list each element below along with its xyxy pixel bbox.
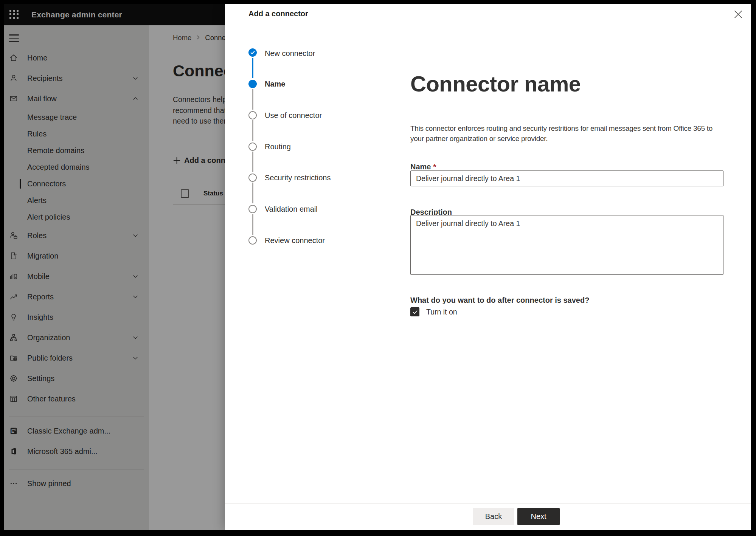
connector-name-input[interactable] <box>410 170 723 186</box>
step-page-heading: Connector name <box>410 71 581 96</box>
step-connector-line <box>252 120 253 141</box>
step-page-description: This connector enforces routing and secu… <box>410 124 722 144</box>
back-button[interactable]: Back <box>473 508 514 525</box>
step-current-icon <box>248 80 257 88</box>
checkbox-checked-icon[interactable] <box>410 307 419 316</box>
step-connector-line <box>252 214 253 235</box>
step-label: Routing <box>265 142 291 151</box>
dialog-footer: Back Next <box>225 503 751 530</box>
step-label: Validation email <box>265 204 318 214</box>
step-upcoming-icon <box>248 236 257 245</box>
step-connector-line <box>252 152 253 172</box>
wizard-step-routing[interactable]: Routing <box>248 142 291 151</box>
wizard-step-validation-email[interactable]: Validation email <box>248 204 318 214</box>
wizard-step-review-connector[interactable]: Review connector <box>248 236 325 245</box>
step-upcoming-icon <box>248 205 257 213</box>
wizard-step-use-of-connector[interactable]: Use of connector <box>248 111 322 120</box>
step-connector-line <box>252 58 253 78</box>
step-upcoming-icon <box>248 143 257 151</box>
wizard-step-security-restrictions[interactable]: Security restrictions <box>248 173 331 182</box>
name-field-label: Name* <box>410 163 436 171</box>
step-upcoming-icon <box>248 174 257 182</box>
step-label: Security restrictions <box>265 173 331 182</box>
dialog-title: Add a connector <box>248 9 308 18</box>
next-button[interactable]: Next <box>517 508 560 525</box>
wizard-step-name[interactable]: Name <box>248 79 285 88</box>
turn-it-on-checkbox-row[interactable]: Turn it on <box>410 307 457 316</box>
dialog-header: Add a connector <box>225 4 751 24</box>
wizard-content-divider <box>384 25 384 503</box>
step-label: Use of connector <box>265 111 322 120</box>
required-marker: * <box>433 163 436 171</box>
turn-it-on-label: Turn it on <box>426 308 457 316</box>
screen: Exchange admin center Home Recipients <box>4 4 751 530</box>
step-label: Review connector <box>265 236 325 245</box>
wizard-step-new-connector[interactable]: New connector <box>248 48 315 58</box>
step-label: New connector <box>265 49 315 58</box>
connector-description-textarea[interactable]: Deliver journal directly to Area 1 <box>410 215 723 275</box>
add-connector-dialog: Add a connector New connector Name Use o… <box>225 4 751 530</box>
step-label: Name <box>265 79 285 88</box>
close-icon[interactable] <box>733 9 744 20</box>
step-connector-line <box>252 183 253 203</box>
step-connector-line <box>252 89 253 110</box>
after-save-question: What do you want to do after connector i… <box>410 296 589 305</box>
step-completed-check-icon <box>248 48 257 58</box>
step-upcoming-icon <box>248 111 257 119</box>
